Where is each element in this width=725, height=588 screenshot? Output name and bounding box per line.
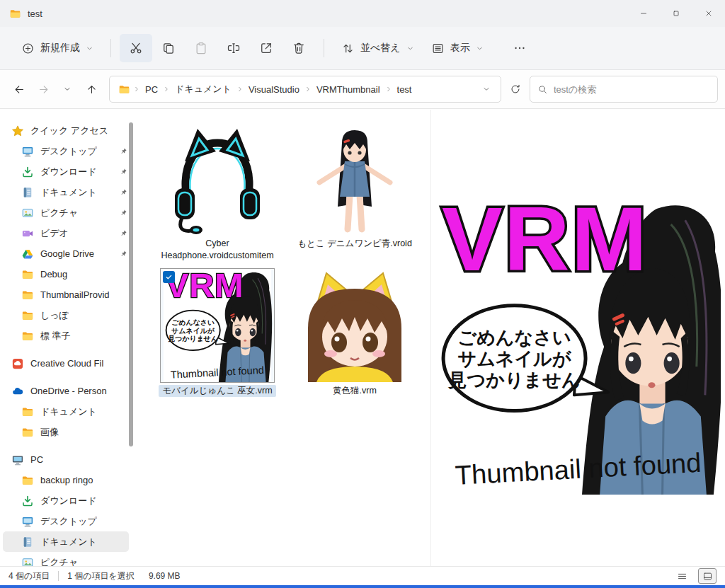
file-item-motoko[interactable]: もとこ デニムワンピ青.vroid [295, 120, 415, 261]
breadcrumb-item-vrmthumbnail[interactable]: VRMThumbnail [312, 81, 385, 98]
sidebar-item-documents[interactable]: ドキュメント [3, 531, 129, 552]
breadcrumb-item-pc[interactable]: PC [140, 81, 163, 98]
selection-count: 1 個の項目を選択 [67, 570, 135, 582]
svg-text:見つかりません: 見つかりません [447, 369, 580, 391]
share-button[interactable] [250, 34, 282, 62]
file-thumbnail [298, 269, 411, 382]
search-input[interactable] [554, 84, 710, 95]
svg-text:見つかりません: 見つかりません [167, 335, 218, 342]
sidebar-scrollbar[interactable] [129, 122, 133, 446]
sidebar-item-shippo[interactable]: しっぽ [3, 305, 129, 325]
sidebar-item-pictures-pinned[interactable]: ピクチャ [3, 202, 129, 223]
recent-locations-button[interactable] [55, 77, 79, 101]
vrm-placeholder-image: VRM ごめんなさい サムネイルが 見つかりません Thumbnail not … [161, 269, 274, 382]
toolbar-separator [110, 39, 111, 57]
forward-button[interactable] [31, 77, 55, 101]
cut-button[interactable] [120, 34, 152, 62]
address-dropdown-icon[interactable] [482, 85, 491, 93]
sort-button[interactable]: 並べ替え [333, 34, 423, 62]
view-layout-icon [431, 42, 445, 55]
sidebar-item-downloads-pinned[interactable]: ダウンロード [3, 161, 129, 182]
rename-button[interactable] [217, 34, 250, 62]
sidebar-item-creative-cloud[interactable]: Creative Cloud Fil [3, 353, 129, 374]
refresh-icon [510, 83, 521, 95]
sidebar-item-onedrive-documents[interactable]: ドキュメント [3, 401, 129, 422]
breadcrumb[interactable]: PC ドキュメント VisualStudio VRMThumbnail test [109, 76, 501, 103]
navigation-pane: クイック アクセス デスクトップ ダウンロード ドキュメント ピクチャ ビデオ [0, 110, 136, 566]
sidebar-item-debug[interactable]: Debug [3, 264, 129, 284]
sidebar-item-backup-ringo[interactable]: backup ringo [3, 470, 129, 490]
pictures-icon [21, 207, 34, 219]
new-button[interactable]: 新規作成 [13, 34, 102, 62]
motoko-avatar-image [298, 122, 411, 235]
close-button[interactable] [692, 0, 725, 27]
sidebar-item-desktop-pinned[interactable]: デスクトップ [3, 141, 129, 161]
minimize-button[interactable] [627, 0, 660, 27]
sidebar-item-pictures[interactable]: ピクチャ [3, 552, 129, 566]
copy-icon [161, 41, 176, 55]
arrow-up-icon [86, 83, 98, 96]
folder-icon [21, 405, 34, 418]
selection-checkbox[interactable] [163, 271, 175, 283]
svg-text:サムネイルが: サムネイルが [457, 348, 572, 369]
sidebar-item-onedrive-images[interactable]: 画像 [3, 422, 129, 442]
rename-icon [227, 41, 241, 55]
svg-text:サムネイルが: サムネイルが [171, 327, 215, 335]
onedrive-icon [11, 385, 24, 398]
sidebar-item-downloads[interactable]: ダウンロード [3, 490, 129, 511]
file-item-yellow-cat[interactable]: 黄色猫.vrm [295, 267, 415, 397]
chevron-down-icon [406, 45, 414, 52]
file-thumbnail: VRM ごめんなさい サムネイルが 見つかりません Thumbnail not … [161, 269, 274, 382]
thumbnails-view-button[interactable] [698, 568, 717, 584]
sidebar-item-onedrive[interactable]: OneDrive - Person [3, 381, 129, 401]
chevron-right-icon [385, 86, 392, 93]
view-button[interactable]: 表示 [423, 34, 492, 62]
search-box[interactable] [530, 76, 718, 103]
folder-icon [21, 309, 34, 322]
window-title: test [28, 8, 42, 19]
folder-icon [9, 8, 21, 20]
view-toggles [673, 568, 717, 584]
desktop-icon [21, 515, 34, 528]
preview-vrm-placeholder-image: VRM ごめんなさい サムネイルが 見つかりません Thumbnail not … [436, 196, 721, 495]
paste-button[interactable] [185, 34, 217, 62]
sidebar-item-google-drive[interactable]: Google Drive [3, 243, 129, 264]
download-icon [21, 166, 34, 178]
folder-icon [21, 330, 34, 342]
sidebar-item-pc[interactable]: PC [3, 449, 129, 470]
pin-icon [120, 168, 127, 175]
address-bar: PC ドキュメント VisualStudio VRMThumbnail test [0, 70, 725, 109]
folder-icon [21, 474, 34, 487]
sidebar-item-hyojunko[interactable]: 標 準子 [3, 325, 129, 346]
trash-icon [292, 41, 306, 55]
status-bar: 4 個の項目 1 個の項目を選択 9.69 MB [0, 566, 725, 585]
pc-icon [11, 454, 24, 466]
thumbnail-view-icon [702, 571, 713, 582]
breadcrumb-item-visualstudio[interactable]: VisualStudio [244, 81, 304, 98]
copy-button[interactable] [152, 34, 185, 62]
sidebar-item-documents-pinned[interactable]: ドキュメント [3, 182, 129, 202]
back-button[interactable] [7, 77, 31, 101]
folder-icon [21, 268, 34, 281]
sidebar-item-desktop[interactable]: デスクトップ [3, 511, 129, 531]
refresh-button[interactable] [504, 78, 527, 100]
maximize-button[interactable] [660, 0, 692, 27]
chevron-right-icon [236, 86, 244, 93]
breadcrumb-item-test[interactable]: test [392, 81, 417, 98]
delete-button[interactable] [282, 34, 315, 62]
file-name: Cyber Headphone.vroidcustomitem [159, 238, 276, 261]
main-area: クイック アクセス デスクトップ ダウンロード ドキュメント ピクチャ ビデオ [0, 110, 725, 566]
preview-pane: VRM ごめんなさい サムネイルが 見つかりません Thumbnail not … [430, 110, 725, 566]
details-view-button[interactable] [673, 568, 691, 584]
up-button[interactable] [79, 77, 103, 101]
chevron-right-icon [304, 86, 312, 93]
file-item-mobile-junko[interactable]: VRM ごめんなさい サムネイルが 見つかりません Thumbnail not … [157, 267, 278, 397]
file-item-cyber-headphone[interactable]: Cyber Headphone.vroidcustomitem [157, 120, 278, 261]
video-icon [21, 227, 34, 240]
sidebar-item-quick-access[interactable]: クイック アクセス [3, 120, 129, 141]
chevron-down-icon [63, 85, 72, 93]
more-options-button[interactable] [503, 34, 536, 62]
sidebar-item-videos-pinned[interactable]: ビデオ [3, 223, 129, 243]
breadcrumb-item-documents[interactable]: ドキュメント [170, 79, 236, 99]
sidebar-item-thumbnailprovider[interactable]: ThumbnailProvid [3, 284, 129, 305]
